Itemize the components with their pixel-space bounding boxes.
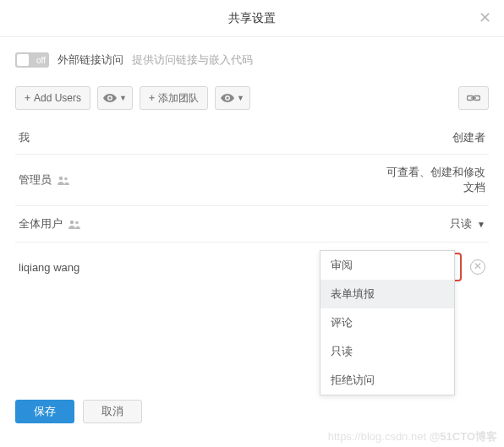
perm-option-review[interactable]: 审阅	[320, 251, 454, 280]
permission-dropdown: 审阅 表单填报 评论 只读 拒绝访问	[320, 250, 455, 395]
svg-point-7	[70, 220, 74, 223]
list-header-name: 我	[19, 130, 30, 145]
eye-icon	[103, 94, 117, 102]
row-name-label: 全体用户	[19, 216, 63, 232]
dialog-header: 共享设置 ✕	[0, 0, 504, 37]
svg-point-5	[59, 176, 63, 179]
dialog-title: 共享设置	[228, 11, 276, 26]
caret-down-icon: ▼	[237, 94, 244, 102]
svg-rect-4	[471, 97, 476, 98]
add-users-button[interactable]: + Add Users	[15, 86, 90, 110]
add-users-label: Add Users	[34, 92, 81, 104]
plus-icon: +	[149, 92, 155, 104]
perm-option-deny[interactable]: 拒绝访问	[320, 366, 454, 395]
caret-down-icon: ▼	[119, 94, 127, 102]
row-perm[interactable]: 可查看、创建和修改文档	[384, 165, 485, 195]
add-team-button[interactable]: + 添加团队	[140, 86, 208, 110]
toggle-state-label: off	[36, 56, 46, 65]
people-icon	[68, 220, 81, 229]
perm-option-readonly[interactable]: 只读	[320, 337, 454, 366]
add-team-label: 添加团队	[158, 91, 199, 106]
remove-user-button[interactable]: ✕	[470, 259, 485, 275]
list-header: 我 创建者	[15, 122, 489, 154]
svg-point-0	[109, 97, 112, 100]
watermark-right: @51CTO博客	[430, 430, 497, 443]
row-perm-dropdown[interactable]: 只读 ▼	[450, 216, 485, 232]
toggle-knob	[17, 54, 29, 66]
team-visibility-button[interactable]: ▼	[215, 86, 250, 110]
link-icon	[467, 94, 480, 102]
close-button[interactable]: ✕	[477, 10, 492, 25]
external-link-desc: 提供访问链接与嵌入代码	[132, 52, 253, 68]
watermark: https://blog.csdn.net @51CTO博客	[328, 429, 497, 444]
toolbar: + Add Users ▼ + 添加团队 ▼	[15, 86, 489, 110]
plus-icon: +	[25, 92, 30, 104]
row-name-label: liqiang wang	[19, 261, 79, 274]
cancel-button[interactable]: 取消	[83, 400, 142, 423]
row-name-label: 管理员	[19, 172, 52, 188]
caret-down-icon: ▼	[477, 220, 485, 229]
watermark-left: https://blog.csdn.net	[328, 430, 426, 443]
svg-point-8	[75, 221, 79, 224]
perm-option-comment[interactable]: 评论	[320, 308, 454, 337]
svg-point-6	[64, 177, 68, 180]
row-perm-label: 只读	[450, 216, 472, 232]
external-link-label: 外部链接访问	[58, 52, 123, 68]
people-icon	[57, 176, 70, 185]
eye-icon	[221, 94, 234, 102]
svg-point-1	[227, 97, 229, 100]
dialog-footer: 保存 取消	[15, 400, 142, 423]
row-perm-label: 可查看、创建和修改文档	[384, 165, 485, 195]
share-row-all-users: 全体用户 只读 ▼	[15, 205, 489, 242]
save-button[interactable]: 保存	[15, 400, 74, 423]
share-row-admin: 管理员 可查看、创建和修改文档	[15, 154, 489, 205]
perm-option-form-fill[interactable]: 表单填报	[320, 280, 454, 308]
external-link-row: off 外部链接访问 提供访问链接与嵌入代码	[15, 52, 489, 68]
user-visibility-button[interactable]: ▼	[97, 86, 133, 110]
external-link-toggle[interactable]: off	[15, 52, 49, 68]
copy-link-button[interactable]	[458, 86, 489, 110]
list-header-perm: 创建者	[452, 130, 485, 145]
